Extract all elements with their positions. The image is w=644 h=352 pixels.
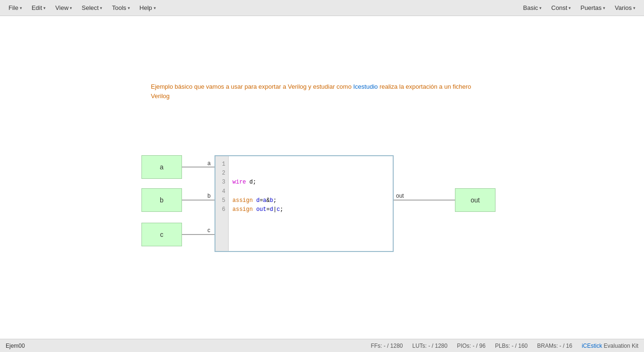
highlight-icestudio: Icestudio (353, 83, 378, 90)
menu-file-caret: ▾ (20, 6, 22, 10)
menu-edit-caret: ▾ (43, 6, 46, 10)
pios-stat: PIOs: - / 96 (457, 343, 486, 349)
menu-puertas[interactable]: Puertas ▾ (576, 1, 610, 14)
menu-help-caret: ▾ (154, 6, 156, 10)
wire-label-out: out (396, 193, 404, 199)
wire-label-c: c (207, 227, 210, 234)
menu-view[interactable]: View ▾ (50, 1, 77, 14)
menu-basic-label: Basic (523, 4, 538, 11)
menu-varios[interactable]: Varios ▾ (610, 1, 640, 14)
menu-select-label: Select (82, 4, 99, 11)
menu-edit-label: Edit (32, 4, 42, 11)
menu-help[interactable]: Help ▾ (135, 1, 161, 14)
menu-file[interactable]: File ▾ (4, 1, 27, 14)
menubar: File ▾ Edit ▾ View ▾ Select ▾ Tools ▾ He… (0, 0, 644, 16)
project-name: Ejem00 (6, 343, 25, 349)
menu-view-caret: ▾ (70, 6, 72, 10)
menu-const-caret: ▾ (569, 6, 571, 10)
kit-name: iCEstick Evaluation Kit (582, 343, 638, 349)
menu-varios-label: Varios (615, 4, 632, 11)
menu-file-label: File (8, 4, 18, 11)
wire-label-a: a (207, 160, 211, 167)
menu-select[interactable]: Select ▾ (77, 1, 107, 14)
menubar-right: Basic ▾ Const ▾ Puertas ▾ Varios ▾ (519, 1, 640, 14)
menu-help-label: Help (140, 4, 152, 11)
menu-puertas-label: Puertas (580, 4, 602, 11)
menu-edit[interactable]: Edit ▾ (27, 1, 50, 14)
diagram-area: a b c out 1 2 3 4 5 6 wire d; (141, 153, 519, 266)
ffs-stat: FFs: - / 1280 (371, 343, 403, 349)
menu-const[interactable]: Const ▾ (546, 1, 576, 14)
statusbar: Ejem00 FFs: - / 1280 LUTs: - / 1280 PIOs… (0, 339, 644, 352)
menu-basic[interactable]: Basic ▾ (519, 1, 547, 14)
luts-stat: LUTs: - / 1280 (412, 343, 447, 349)
menu-varios-caret: ▾ (633, 6, 636, 10)
plbs-stat: PLBs: - / 160 (495, 343, 528, 349)
main-canvas: Ejemplo básico que vamos a usar para exp… (0, 16, 644, 339)
wires-svg: a b c out (141, 153, 519, 266)
kit-suffix: Evaluation Kit (602, 343, 638, 349)
menu-tools-caret: ▾ (128, 6, 130, 10)
menu-const-label: Const (551, 4, 567, 11)
menu-view-label: View (55, 4, 68, 11)
description-text: Ejemplo básico que vamos a usar para exp… (151, 82, 471, 101)
brams-stat: BRAMs: - / 16 (537, 343, 572, 349)
menu-select-caret: ▾ (100, 6, 102, 10)
kit-prefix: iCEstick (582, 343, 602, 349)
menu-basic-caret: ▾ (539, 6, 542, 10)
stats-area: FFs: - / 1280 LUTs: - / 1280 PIOs: - / 9… (371, 343, 638, 349)
wire-label-b: b (207, 193, 211, 199)
menu-tools[interactable]: Tools ▾ (107, 1, 134, 14)
menu-tools-label: Tools (112, 4, 126, 11)
menu-puertas-caret: ▾ (603, 6, 605, 10)
